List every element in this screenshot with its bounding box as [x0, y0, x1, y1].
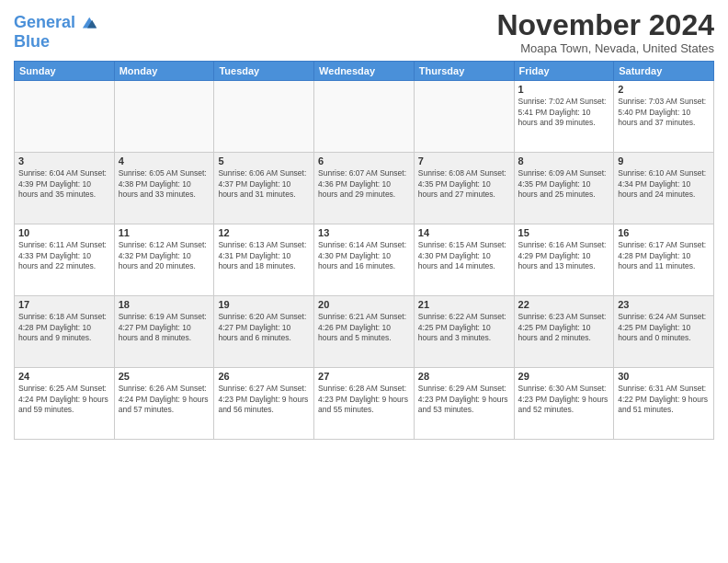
day-number: 24: [18, 371, 110, 382]
logo-icon: [77, 13, 97, 33]
day-number: 1: [518, 84, 610, 95]
day-info: Sunrise: 6:07 AM Sunset: 4:36 PM Dayligh…: [318, 168, 410, 200]
day-number: 28: [418, 371, 510, 382]
day-info: Sunrise: 6:06 AM Sunset: 4:37 PM Dayligh…: [218, 168, 310, 200]
day-info: Sunrise: 6:11 AM Sunset: 4:33 PM Dayligh…: [18, 240, 110, 271]
day-number: 25: [119, 371, 210, 382]
calendar-header: SundayMondayTuesdayWednesdayThursdayFrid…: [15, 62, 714, 81]
day-number: 17: [18, 299, 110, 310]
calendar-day-cell: 5Sunrise: 6:06 AM Sunset: 4:37 PM Daylig…: [214, 153, 314, 224]
day-number: 20: [318, 299, 410, 310]
day-number: 11: [119, 227, 210, 238]
calendar-day-cell: 10Sunrise: 6:11 AM Sunset: 4:33 PM Dayli…: [15, 224, 115, 296]
day-number: 6: [318, 155, 410, 167]
calendar-week-row: 1Sunrise: 7:02 AM Sunset: 5:41 PM Daylig…: [15, 81, 714, 153]
day-number: 14: [418, 227, 510, 238]
calendar-week-row: 24Sunrise: 6:25 AM Sunset: 4:24 PM Dayli…: [15, 368, 714, 440]
day-number: 13: [318, 227, 410, 238]
day-info: Sunrise: 6:24 AM Sunset: 4:25 PM Dayligh…: [618, 312, 710, 343]
header-row: SundayMondayTuesdayWednesdayThursdayFrid…: [15, 62, 714, 81]
calendar-week-row: 17Sunrise: 6:18 AM Sunset: 4:28 PM Dayli…: [15, 296, 714, 368]
calendar-day-cell: 17Sunrise: 6:18 AM Sunset: 4:28 PM Dayli…: [15, 296, 115, 368]
day-info: Sunrise: 6:28 AM Sunset: 4:23 PM Dayligh…: [318, 384, 410, 415]
day-number: 8: [518, 155, 610, 167]
day-info: Sunrise: 6:21 AM Sunset: 4:26 PM Dayligh…: [318, 312, 410, 343]
calendar-day-cell: 7Sunrise: 6:08 AM Sunset: 4:35 PM Daylig…: [414, 153, 514, 224]
calendar-day-cell: 8Sunrise: 6:09 AM Sunset: 4:35 PM Daylig…: [514, 153, 614, 224]
calendar-day-cell: 20Sunrise: 6:21 AM Sunset: 4:26 PM Dayli…: [314, 296, 415, 368]
calendar-day-cell: [414, 81, 514, 153]
calendar-day-cell: 25Sunrise: 6:26 AM Sunset: 4:24 PM Dayli…: [114, 368, 214, 440]
day-number: 5: [218, 155, 310, 167]
day-info: Sunrise: 6:18 AM Sunset: 4:28 PM Dayligh…: [18, 312, 110, 343]
weekday-header: Thursday: [414, 62, 514, 81]
calendar-table: SundayMondayTuesdayWednesdayThursdayFrid…: [14, 61, 714, 440]
weekday-header: Wednesday: [314, 62, 415, 81]
calendar-week-row: 3Sunrise: 6:04 AM Sunset: 4:39 PM Daylig…: [15, 153, 714, 224]
day-number: 10: [18, 227, 110, 238]
day-number: 4: [119, 155, 210, 167]
day-info: Sunrise: 6:05 AM Sunset: 4:38 PM Dayligh…: [119, 168, 210, 200]
calendar-day-cell: 19Sunrise: 6:20 AM Sunset: 4:27 PM Dayli…: [214, 296, 314, 368]
weekday-header: Monday: [114, 62, 214, 81]
day-info: Sunrise: 6:08 AM Sunset: 4:35 PM Dayligh…: [418, 168, 510, 200]
calendar-day-cell: 3Sunrise: 6:04 AM Sunset: 4:39 PM Daylig…: [15, 153, 115, 224]
calendar-day-cell: 16Sunrise: 6:17 AM Sunset: 4:28 PM Dayli…: [614, 224, 714, 296]
weekday-header: Friday: [514, 62, 614, 81]
logo-blue-text: Blue: [14, 33, 97, 52]
day-number: 2: [618, 84, 710, 95]
calendar-day-cell: 21Sunrise: 6:22 AM Sunset: 4:25 PM Dayli…: [414, 296, 514, 368]
calendar-day-cell: 11Sunrise: 6:12 AM Sunset: 4:32 PM Dayli…: [114, 224, 214, 296]
calendar-day-cell: 30Sunrise: 6:31 AM Sunset: 4:22 PM Dayli…: [614, 368, 714, 440]
calendar-day-cell: 28Sunrise: 6:29 AM Sunset: 4:23 PM Dayli…: [414, 368, 514, 440]
title-section: November 2024 Moapa Town, Nevada, United…: [496, 9, 714, 55]
calendar-day-cell: [214, 81, 314, 153]
calendar-day-cell: [114, 81, 214, 153]
calendar-day-cell: 22Sunrise: 6:23 AM Sunset: 4:25 PM Dayli…: [514, 296, 614, 368]
day-number: 23: [618, 299, 710, 310]
month-title: November 2024: [496, 9, 714, 41]
calendar-day-cell: 15Sunrise: 6:16 AM Sunset: 4:29 PM Dayli…: [514, 224, 614, 296]
day-info: Sunrise: 6:31 AM Sunset: 4:22 PM Dayligh…: [618, 384, 710, 415]
day-info: Sunrise: 6:17 AM Sunset: 4:28 PM Dayligh…: [618, 240, 710, 271]
calendar-day-cell: 1Sunrise: 7:02 AM Sunset: 5:41 PM Daylig…: [514, 81, 614, 153]
day-info: Sunrise: 6:13 AM Sunset: 4:31 PM Dayligh…: [218, 240, 310, 271]
location-text: Moapa Town, Nevada, United States: [496, 41, 714, 55]
day-number: 27: [318, 371, 410, 382]
day-info: Sunrise: 6:14 AM Sunset: 4:30 PM Dayligh…: [318, 240, 410, 271]
day-info: Sunrise: 6:26 AM Sunset: 4:24 PM Dayligh…: [119, 384, 210, 415]
day-info: Sunrise: 6:25 AM Sunset: 4:24 PM Dayligh…: [18, 384, 110, 415]
calendar-day-cell: 13Sunrise: 6:14 AM Sunset: 4:30 PM Dayli…: [314, 224, 415, 296]
day-info: Sunrise: 6:12 AM Sunset: 4:32 PM Dayligh…: [119, 240, 210, 271]
day-number: 16: [618, 227, 710, 238]
calendar-day-cell: 12Sunrise: 6:13 AM Sunset: 4:31 PM Dayli…: [214, 224, 314, 296]
day-info: Sunrise: 6:04 AM Sunset: 4:39 PM Dayligh…: [18, 168, 110, 200]
page-header: General Blue November 2024 Moapa Town, N…: [14, 9, 714, 55]
calendar-week-row: 10Sunrise: 6:11 AM Sunset: 4:33 PM Dayli…: [15, 224, 714, 296]
day-number: 12: [218, 227, 310, 238]
day-number: 15: [518, 227, 610, 238]
day-number: 29: [518, 371, 610, 382]
weekday-header: Sunday: [15, 62, 115, 81]
day-info: Sunrise: 6:10 AM Sunset: 4:34 PM Dayligh…: [618, 168, 710, 200]
day-info: Sunrise: 6:16 AM Sunset: 4:29 PM Dayligh…: [518, 240, 610, 271]
day-info: Sunrise: 7:02 AM Sunset: 5:41 PM Dayligh…: [518, 97, 610, 128]
calendar-day-cell: 9Sunrise: 6:10 AM Sunset: 4:34 PM Daylig…: [614, 153, 714, 224]
day-number: 22: [518, 299, 610, 310]
calendar-day-cell: 26Sunrise: 6:27 AM Sunset: 4:23 PM Dayli…: [214, 368, 314, 440]
day-number: 18: [119, 299, 210, 310]
calendar-day-cell: 23Sunrise: 6:24 AM Sunset: 4:25 PM Dayli…: [614, 296, 714, 368]
calendar-day-cell: 2Sunrise: 7:03 AM Sunset: 5:40 PM Daylig…: [614, 81, 714, 153]
logo: General Blue: [14, 13, 97, 52]
weekday-header: Tuesday: [214, 62, 314, 81]
day-info: Sunrise: 6:23 AM Sunset: 4:25 PM Dayligh…: [518, 312, 610, 343]
day-info: Sunrise: 6:15 AM Sunset: 4:30 PM Dayligh…: [418, 240, 510, 271]
day-info: Sunrise: 6:30 AM Sunset: 4:23 PM Dayligh…: [518, 384, 610, 415]
calendar-day-cell: 6Sunrise: 6:07 AM Sunset: 4:36 PM Daylig…: [314, 153, 415, 224]
calendar-day-cell: 4Sunrise: 6:05 AM Sunset: 4:38 PM Daylig…: [114, 153, 214, 224]
day-number: 26: [218, 371, 310, 382]
day-number: 21: [418, 299, 510, 310]
calendar-day-cell: 24Sunrise: 6:25 AM Sunset: 4:24 PM Dayli…: [15, 368, 115, 440]
calendar-day-cell: 29Sunrise: 6:30 AM Sunset: 4:23 PM Dayli…: [514, 368, 614, 440]
logo-text: General: [14, 14, 75, 32]
